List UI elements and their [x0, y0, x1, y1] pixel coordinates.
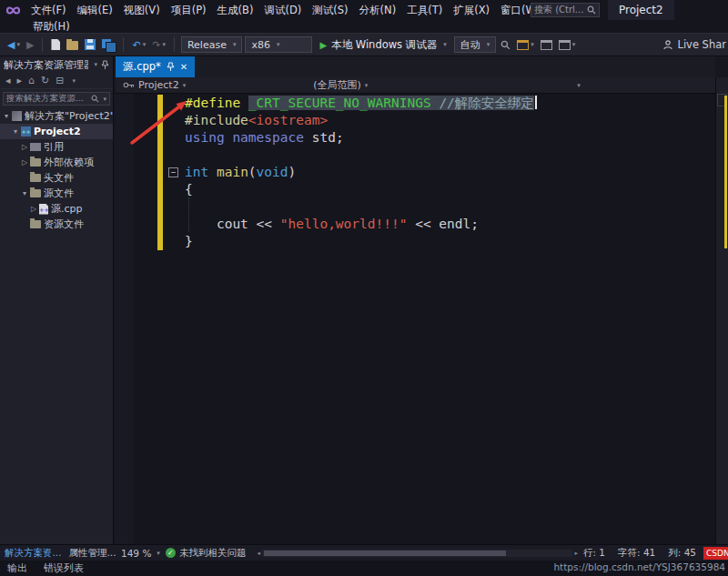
- tree-item-label: 头文件: [44, 171, 74, 185]
- menu-item[interactable]: 调试(D): [258, 0, 307, 20]
- change-tracking-bar: [157, 181, 163, 198]
- problems-status[interactable]: 未找到相关问题: [179, 547, 247, 560]
- line-indicator: 行: 1: [583, 547, 605, 560]
- chevron-down-icon: ▾: [183, 82, 187, 89]
- new-file-button[interactable]: [49, 39, 62, 50]
- tool-window-tabs: 解决方案资...属性管理...: [0, 547, 116, 560]
- code-line[interactable]: }: [116, 233, 715, 250]
- tree-item-header-files[interactable]: 头文件: [0, 170, 113, 186]
- tab-source-cpp[interactable]: 源.cpp* ✕: [116, 56, 195, 77]
- home-icon[interactable]: ⌂: [28, 75, 35, 86]
- solution-search-box[interactable]: 搜索解决方案资源... ▾: [3, 92, 110, 106]
- menu-item[interactable]: 视图(V): [118, 0, 166, 20]
- tree-item-label: 解决方案"Project2": [25, 109, 113, 123]
- save-all-button[interactable]: [100, 39, 116, 51]
- start-debugging-button[interactable]: ▶本地 Windows 调试器▾: [315, 38, 450, 52]
- pin-icon[interactable]: [101, 60, 109, 70]
- folder-icon: [30, 158, 41, 167]
- menu-item[interactable]: 生成(B): [212, 0, 259, 20]
- collapsed-icon[interactable]: ▷: [29, 205, 38, 213]
- tree-item-source-files[interactable]: ▾源文件: [0, 186, 113, 201]
- collapsed-icon[interactable]: ▷: [20, 143, 29, 151]
- key-icon: [123, 81, 135, 89]
- chevron-down-icon[interactable]: ▾: [94, 61, 97, 68]
- tree-item-project[interactable]: ▾++Project2: [0, 124, 113, 139]
- tool-window-tab[interactable]: 解决方案资...: [2, 547, 65, 560]
- breadcrumb-scope[interactable]: (全局范围)▾: [313, 78, 368, 92]
- code-line[interactable]: {: [116, 181, 715, 198]
- panel-title: 解决方案资源管理器: [4, 58, 88, 72]
- breadcrumb-project[interactable]: Project2▾: [123, 79, 186, 91]
- auto-combo[interactable]: 自动▾: [454, 36, 497, 53]
- expanded-icon[interactable]: ▾: [2, 112, 11, 120]
- back-icon[interactable]: ◂: [5, 75, 11, 86]
- refresh-icon[interactable]: ↻: [41, 75, 49, 86]
- tree-item-solution[interactable]: ▾解决方案"Project2": [0, 108, 113, 124]
- immediate-window-icon: [559, 40, 571, 50]
- code-line[interactable]: [116, 198, 715, 216]
- pin-icon[interactable]: [167, 62, 175, 72]
- forward-icon[interactable]: ▸: [17, 75, 23, 86]
- status-bar: 解决方案资...属性管理... 149 %▾ ✓ 未找到相关问题 ◂ ▸ 行: …: [0, 544, 728, 561]
- bottom-panel-tab[interactable]: 错误列表: [44, 561, 84, 575]
- save-button[interactable]: [83, 39, 97, 50]
- solution-configuration-combo[interactable]: Release▾: [181, 36, 243, 53]
- immediate-window-button[interactable]: ▾: [557, 40, 578, 50]
- command-window-button[interactable]: [539, 40, 554, 50]
- menu-item[interactable]: 工具(T): [401, 0, 448, 20]
- menu-item[interactable]: 文件(F): [25, 0, 72, 20]
- close-icon[interactable]: ✕: [180, 62, 187, 72]
- menu-item[interactable]: 编辑(E): [72, 0, 118, 20]
- cpp-project-icon: ++: [21, 126, 31, 136]
- sync-window-icon: [517, 40, 529, 50]
- breadcrumb-member[interactable]: ▾: [577, 82, 581, 89]
- menu-item[interactable]: 帮助(H): [27, 20, 76, 33]
- menu-bar: 文件(F)编辑(E)视图(V)项目(P)生成(B)调试(D)测试(S)分析(N)…: [25, 0, 545, 20]
- check-circle-icon[interactable]: ✓: [166, 548, 176, 558]
- menu-item[interactable]: 测试(S): [307, 0, 353, 20]
- navigate-back-button[interactable]: ◀▾: [5, 39, 22, 51]
- tree-item-source-cpp[interactable]: ▷++源.cpp: [0, 201, 113, 217]
- tree-item-external-deps[interactable]: ▷外部依赖项: [0, 155, 113, 170]
- code-line[interactable]: cout << "hello,world!!!" << endl;: [116, 216, 715, 233]
- search-input: 搜索 (Ctrl...: [534, 4, 585, 16]
- redo-button[interactable]: ↷▾: [150, 39, 167, 51]
- open-file-button[interactable]: [65, 39, 80, 50]
- navigate-forward-button[interactable]: ▶: [25, 39, 35, 51]
- editor-horizontal-scrollbar[interactable]: ◂ ▸: [257, 550, 578, 557]
- tree-item-label: 引用: [44, 140, 64, 154]
- titlebar-search[interactable]: 搜索 (Ctrl...: [531, 3, 600, 17]
- solution-explorer-sync-button[interactable]: ▾: [515, 40, 536, 50]
- char-indicator: 字符: 41: [618, 547, 655, 560]
- collapsed-icon[interactable]: ▷: [20, 158, 29, 167]
- zoom-combo[interactable]: 149 %▾: [116, 548, 166, 559]
- fold-collapse-icon[interactable]: −: [168, 167, 178, 177]
- menu-item[interactable]: 扩展(X): [448, 0, 495, 20]
- chevron-down-icon[interactable]: ▾: [103, 96, 106, 103]
- visual-studio-logo-icon: [5, 4, 22, 17]
- menu-item[interactable]: 项目(P): [166, 0, 212, 20]
- vertical-scrollbar[interactable]: [715, 77, 728, 544]
- change-tracking-bar: [157, 216, 163, 233]
- undo-button[interactable]: ↶▾: [130, 39, 147, 51]
- window-title: Project2: [608, 0, 674, 20]
- tree-item-label: 源.cpp: [51, 202, 83, 216]
- more-options-icon[interactable]: ▾: [72, 77, 76, 85]
- csdn-badge: CSDN: [703, 547, 728, 560]
- code-line[interactable]: −int main(void): [116, 164, 715, 181]
- menu-item[interactable]: 分析(N): [354, 0, 402, 20]
- find-in-files-button[interactable]: [499, 40, 512, 50]
- tool-window-tab[interactable]: 属性管理...: [66, 547, 116, 560]
- expanded-icon[interactable]: ▾: [20, 189, 29, 197]
- collapse-all-icon[interactable]: ⊟: [56, 75, 64, 86]
- solution-platform-combo[interactable]: x86▾: [245, 36, 312, 53]
- folder-icon: [30, 174, 41, 182]
- live-share-button[interactable]: Live Shar: [661, 38, 728, 51]
- tree-item-references[interactable]: ▷引用: [0, 139, 113, 155]
- code-editor[interactable]: #define _CRT_SECURE_NO_WARNINGS //解除安全绑定…: [116, 94, 715, 544]
- bottom-panel-tab[interactable]: 输出: [7, 561, 27, 575]
- tree-item-resource-files[interactable]: 资源文件: [0, 217, 113, 232]
- expanded-icon[interactable]: ▾: [11, 127, 20, 136]
- search-icon: [587, 5, 596, 15]
- toolbar: ◀▾ ▶ ↶▾ ↷▾ Release▾ x86▾ ▶本地 Windows 调试器…: [0, 33, 728, 56]
